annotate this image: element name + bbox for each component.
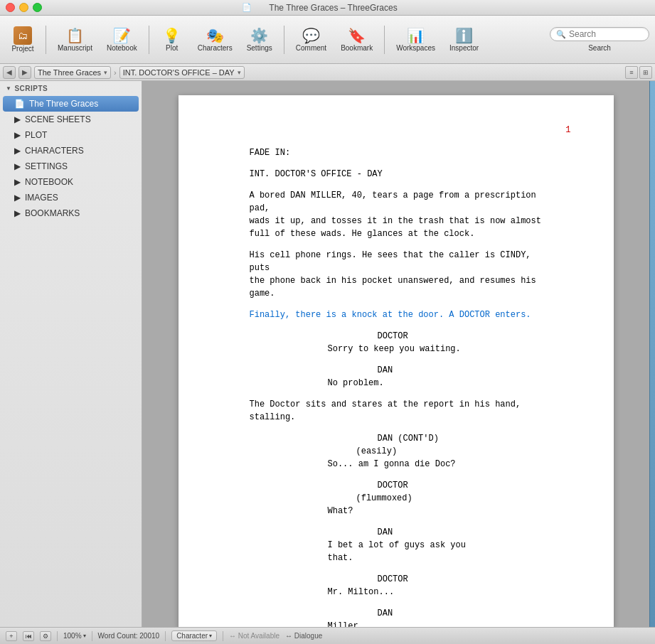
notebook-label: Notebook bbox=[107, 44, 137, 52]
manuscript-icon: 📋 bbox=[66, 27, 84, 44]
parenthetical-doctor-1: (flummoxed) bbox=[356, 492, 557, 505]
sb-separator-2 bbox=[92, 631, 92, 641]
blank-line bbox=[250, 138, 557, 146]
toolbar-separator-4 bbox=[384, 26, 385, 54]
toolbar-separator-2 bbox=[149, 26, 149, 54]
sidebar-item-bookmarks[interactable]: ▶ BOOKMARKS bbox=[0, 205, 142, 221]
manuscript-button[interactable]: 📋 Manuscript bbox=[52, 19, 98, 60]
character-dan-3: DAN bbox=[378, 607, 557, 620]
dialogue-dan-2: So... am I gonna die Doc? bbox=[328, 458, 500, 471]
zoom-control[interactable]: 100% ▾ bbox=[63, 632, 86, 640]
toolbar-separator-3 bbox=[284, 26, 284, 54]
scene-sheets-arrow: ▶ bbox=[14, 114, 21, 124]
scene-selector-arrow: ▾ bbox=[238, 69, 241, 76]
character-doctor-2: DOCTOR bbox=[378, 479, 557, 492]
project-icon: 🗂 bbox=[14, 26, 32, 45]
zoom-arrow-icon: ▾ bbox=[83, 633, 86, 639]
inspector-button[interactable]: ℹ️ Inspector bbox=[444, 19, 484, 60]
scene-selector[interactable]: INT. DOCTOR'S OFFICE – DAY ▾ bbox=[119, 66, 245, 79]
scripts-section-header[interactable]: ▼ SCRIPTS bbox=[0, 81, 142, 96]
script-page: 1 FADE IN: INT. DOCTOR'S OFFICE - DAY A … bbox=[179, 95, 614, 627]
sidebar-item-notebook[interactable]: ▶ NOTEBOOK bbox=[0, 174, 142, 190]
main-layout: ▼ SCRIPTS 📄 The Three Graces ▶ SCENE SHE… bbox=[0, 81, 655, 627]
view-grid-button[interactable]: ⊞ bbox=[639, 66, 652, 79]
not-available-status: ↔ Not Available bbox=[229, 632, 279, 640]
scripts-arrow-icon: ▼ bbox=[6, 85, 11, 92]
parenthetical-dan-1: (easily) bbox=[356, 445, 557, 458]
images-label: IMAGES bbox=[25, 193, 58, 203]
notebook-label: NOTEBOOK bbox=[25, 177, 73, 187]
nav-forward-button[interactable]: ▶ bbox=[18, 66, 31, 79]
bookmark-button[interactable]: 🔖 Bookmark bbox=[335, 19, 378, 60]
comment-label: Comment bbox=[296, 44, 326, 52]
fade-in: FADE IN: bbox=[250, 146, 557, 159]
nav-back-button[interactable]: ◀ bbox=[3, 66, 16, 79]
sidebar-item-active-script[interactable]: 📄 The Three Graces bbox=[3, 96, 139, 112]
breadcrumb-separator: › bbox=[114, 68, 117, 77]
toolbar-separator-1 bbox=[46, 26, 46, 54]
workspaces-label: Workspaces bbox=[396, 44, 435, 52]
window-controls[interactable] bbox=[6, 3, 42, 12]
project-label: Project bbox=[11, 45, 33, 53]
sb-rewind-button[interactable]: ⏮ bbox=[23, 631, 34, 641]
character-doctor-1: DOCTOR bbox=[378, 330, 557, 343]
plot-button[interactable]: 💡 Plot bbox=[155, 19, 189, 60]
maximize-button[interactable] bbox=[33, 3, 42, 12]
zoom-value: 100% bbox=[63, 632, 82, 640]
close-button[interactable] bbox=[6, 3, 15, 12]
character-dan-2: DAN bbox=[378, 526, 557, 539]
dialogue-doctor-3: Mr. Milton... bbox=[328, 586, 500, 599]
content-area[interactable]: 1 FADE IN: INT. DOCTOR'S OFFICE - DAY A … bbox=[142, 81, 649, 627]
comment-button[interactable]: 💬 Comment bbox=[290, 19, 332, 60]
search-group: 🔍 Search bbox=[550, 27, 649, 52]
sidebar-item-plot[interactable]: ▶ PLOT bbox=[0, 127, 142, 143]
project-button[interactable]: 🗂 Project bbox=[6, 19, 40, 60]
minimize-button[interactable] bbox=[19, 3, 28, 12]
character-doctor-3: DOCTOR bbox=[378, 573, 557, 586]
action-3-link[interactable]: Finally, there is a knock at the door. A… bbox=[250, 308, 557, 321]
word-count: Word Count: 20010 bbox=[98, 632, 160, 640]
dialogue-dan-1: No problem. bbox=[328, 377, 500, 390]
sidebar: ▼ SCRIPTS 📄 The Three Graces ▶ SCENE SHE… bbox=[0, 81, 142, 627]
dialogue-dan-4: Miller. bbox=[328, 620, 500, 627]
sidebar-item-images[interactable]: ▶ IMAGES bbox=[0, 190, 142, 205]
workspaces-button[interactable]: 📊 Workspaces bbox=[390, 19, 441, 60]
characters-label: Characters bbox=[198, 44, 233, 52]
action-2: His cell phone rings. He sees that the c… bbox=[250, 249, 557, 300]
search-input[interactable] bbox=[569, 29, 643, 39]
notebook-button[interactable]: 📝 Notebook bbox=[101, 19, 143, 60]
dialogue-doctor-1: Sorry to keep you waiting. bbox=[328, 343, 500, 355]
bookmark-label: Bookmark bbox=[341, 44, 373, 52]
character-arrow-icon: ▾ bbox=[209, 633, 212, 639]
characters-button[interactable]: 🎭 Characters bbox=[192, 19, 238, 60]
scene-sheets-label: SCENE SHEETS bbox=[25, 114, 91, 124]
titlebar: 📄 The Three Graces – ThreeGraces bbox=[0, 0, 655, 16]
view-list-button[interactable]: ≡ bbox=[625, 66, 638, 79]
document-icon: 📄 bbox=[242, 3, 252, 12]
sidebar-item-characters[interactable]: ▶ CHARACTERS bbox=[0, 143, 142, 159]
dialogue-doctor-2: What? bbox=[328, 505, 500, 517]
bookmarks-label: BOOKMARKS bbox=[25, 208, 80, 218]
action-1: A bored DAN MILLER, 40, tears a page fro… bbox=[250, 189, 557, 240]
workspaces-icon: 📊 bbox=[407, 27, 425, 44]
settings-label: SETTINGS bbox=[25, 161, 68, 171]
bookmarks-arrow: ▶ bbox=[14, 208, 21, 218]
sidebar-item-scene-sheets[interactable]: ▶ SCENE SHEETS bbox=[0, 112, 142, 127]
character-selector[interactable]: Character ▾ bbox=[171, 630, 217, 641]
action-4: The Doctor sits and stares at the report… bbox=[250, 398, 557, 424]
sb-options-button[interactable]: ⚙ bbox=[40, 631, 51, 641]
sb-separator-4 bbox=[223, 631, 223, 641]
notebook-icon: 📝 bbox=[113, 27, 131, 44]
search-box[interactable]: 🔍 bbox=[550, 27, 649, 41]
settings-button[interactable]: ⚙️ Settings bbox=[241, 19, 278, 60]
plot-icon: 💡 bbox=[163, 27, 181, 44]
sb-add-button[interactable]: + bbox=[6, 631, 17, 641]
project-selector[interactable]: The Three Graces ▾ bbox=[34, 66, 111, 79]
scripts-label: SCRIPTS bbox=[14, 85, 48, 92]
script-file-icon: 📄 bbox=[14, 99, 25, 109]
settings-icon: ⚙️ bbox=[250, 27, 268, 44]
dialogue-status: ↔ Dialogue bbox=[285, 632, 322, 640]
manuscript-label: Manuscript bbox=[58, 44, 92, 52]
active-script-name: The Three Graces bbox=[29, 99, 98, 109]
sidebar-item-settings[interactable]: ▶ SETTINGS bbox=[0, 159, 142, 174]
